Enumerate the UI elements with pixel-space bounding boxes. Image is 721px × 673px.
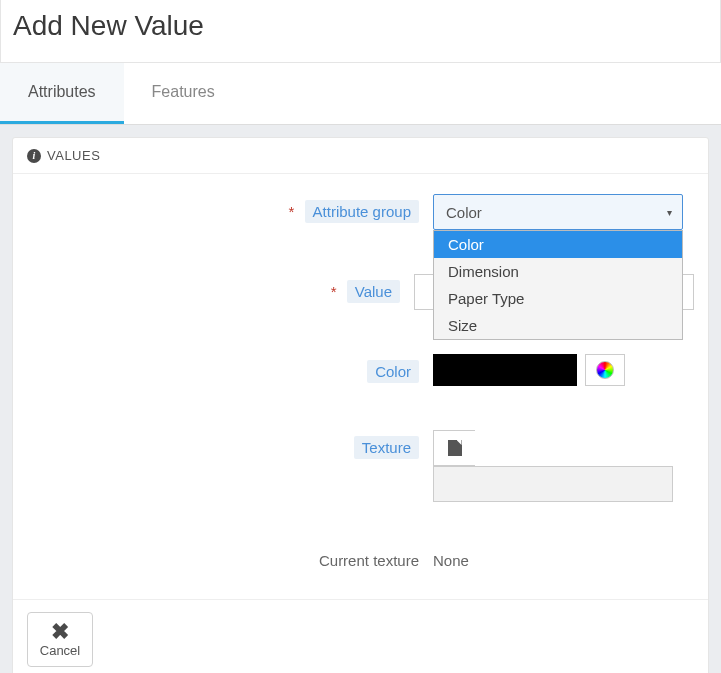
file-icon xyxy=(448,440,462,456)
texture-file-button[interactable] xyxy=(433,430,475,466)
label-attribute-group: * Attribute group xyxy=(27,194,433,223)
label-value: * Value xyxy=(27,274,414,303)
required-mark: * xyxy=(331,283,337,300)
form-body: * Attribute group Color Color Dimension … xyxy=(13,174,708,599)
panel-heading: i VALUES xyxy=(13,138,708,174)
tab-attributes[interactable]: Attributes xyxy=(0,63,124,124)
field-texture xyxy=(433,430,694,502)
color-picker-button[interactable] xyxy=(585,354,625,386)
label-texture: Texture xyxy=(27,430,433,459)
row-attribute-group: * Attribute group Color Color Dimension … xyxy=(27,194,694,230)
attribute-group-dropdown: Color Dimension Paper Type Size xyxy=(433,230,683,340)
tab-bar: Attributes Features xyxy=(0,63,721,125)
row-color: Color xyxy=(27,354,694,386)
attribute-group-selected: Color xyxy=(446,204,482,221)
texture-file-field[interactable] xyxy=(433,466,673,502)
panel-wrapper: i VALUES * Attribute group Color Color D… xyxy=(0,125,721,673)
page-header: Add New Value xyxy=(0,0,721,63)
row-current-texture: Current texture None xyxy=(27,546,694,569)
option-dimension[interactable]: Dimension xyxy=(434,258,682,285)
close-icon: ✖ xyxy=(28,623,92,641)
option-paper-type[interactable]: Paper Type xyxy=(434,285,682,312)
panel-footer: ✖ Cancel xyxy=(13,599,708,673)
tab-features[interactable]: Features xyxy=(124,63,243,124)
field-color xyxy=(433,354,694,386)
current-texture-value: None xyxy=(433,546,694,569)
label-color: Color xyxy=(27,354,433,383)
color-swatch[interactable] xyxy=(433,354,577,386)
label-current-texture: Current texture xyxy=(27,546,433,569)
cancel-label: Cancel xyxy=(40,643,80,658)
values-panel: i VALUES * Attribute group Color Color D… xyxy=(12,137,709,673)
cancel-button[interactable]: ✖ Cancel xyxy=(27,612,93,667)
required-mark: * xyxy=(289,203,295,220)
row-texture: Texture xyxy=(27,430,694,502)
option-size[interactable]: Size xyxy=(434,312,682,339)
field-attribute-group: Color Color Dimension Paper Type Size xyxy=(433,194,694,230)
panel-title: VALUES xyxy=(47,148,100,163)
page-title: Add New Value xyxy=(13,10,708,42)
info-icon: i xyxy=(27,149,41,163)
attribute-group-select[interactable]: Color xyxy=(433,194,683,230)
color-wheel-icon xyxy=(596,361,614,379)
option-color[interactable]: Color xyxy=(434,231,682,258)
